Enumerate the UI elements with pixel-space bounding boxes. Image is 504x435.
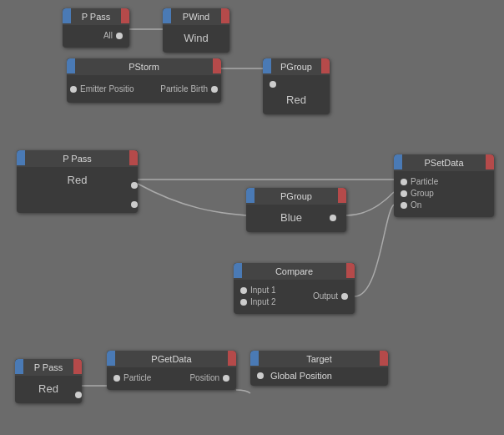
ppass-top-title: P Pass <box>67 12 125 22</box>
pstorm-title: PStorm <box>71 62 217 72</box>
node-target: Target Global Position <box>250 351 388 386</box>
compare-output-label: Output <box>313 291 338 301</box>
node-ppass-red2: P Pass Red <box>15 359 82 403</box>
psetdata-left-bar <box>394 154 402 169</box>
node-pgetdata: PGetData Particle Position <box>107 351 236 390</box>
pgetdata-right-bar <box>228 351 236 366</box>
compare-input1-port[interactable] <box>240 287 247 294</box>
node-pstorm: PStorm Emitter Positio Particle Birth <box>67 58 221 103</box>
pgroup-blue-title: PGroup <box>250 191 342 201</box>
compare-right-bar <box>346 263 355 278</box>
psetdata-on-port[interactable] <box>401 202 407 209</box>
target-left-bar <box>250 351 259 366</box>
psetdata-group-port[interactable] <box>401 190 407 197</box>
ppass-top-all-port[interactable] <box>116 33 123 39</box>
pgroup-red-left-bar <box>263 58 271 73</box>
ppass-top-right-bar <box>121 8 129 23</box>
pgetdata-particle-port[interactable] <box>113 375 120 382</box>
ppass-red-label: Red <box>23 170 131 190</box>
ppass-red2-out-port[interactable] <box>75 392 82 398</box>
target-global-port[interactable] <box>257 372 264 379</box>
node-pgroup-blue: PGroup Blue <box>246 188 346 232</box>
node-pwind: PWind Wind <box>163 8 229 53</box>
node-ppass-top: P Pass All <box>63 8 129 48</box>
psetdata-particle-label: Particle <box>411 177 438 186</box>
ppass-red2-right-bar <box>73 359 82 374</box>
psetdata-particle-port[interactable] <box>401 179 407 185</box>
psetdata-title: PSetData <box>398 158 490 168</box>
pgetdata-position-label: Position <box>189 373 219 382</box>
node-psetdata: PSetData Particle Group On <box>394 154 494 217</box>
ppass-red2-label: Red <box>22 379 75 398</box>
compare-title: Compare <box>238 266 350 276</box>
compare-input1-label: Input 1 <box>250 286 276 295</box>
pstorm-right-bar <box>213 58 221 73</box>
pgroup-blue-label: Blue <box>253 208 330 227</box>
pgetdata-position-port[interactable] <box>223 375 229 382</box>
pstorm-emitter-port[interactable] <box>70 86 77 93</box>
node-compare: Compare Input 1 Input 2 Output <box>234 263 355 314</box>
ppass-red-title: P Pass <box>21 154 134 164</box>
ppass-top-all-label: All <box>103 31 113 40</box>
pstorm-left-bar <box>67 58 75 73</box>
ppass-top-left-bar <box>63 8 71 23</box>
pgroup-red-right-bar <box>321 58 330 73</box>
pstorm-emitter-label: Emitter Positio <box>80 84 134 94</box>
compare-left-bar <box>234 263 242 278</box>
pwind-right-bar <box>221 8 229 23</box>
node-ppass-red: P Pass Red <box>17 150 138 213</box>
target-title: Target <box>255 354 384 364</box>
pgetdata-left-bar <box>107 351 115 366</box>
pgetdata-particle-label: Particle <box>123 373 151 382</box>
ppass-red-out-port1[interactable] <box>131 182 138 189</box>
pwind-label: Wind <box>169 28 223 48</box>
pstorm-birth-label: Particle Birth <box>160 84 208 94</box>
pgroup-red-title: PGroup <box>267 62 325 72</box>
pgroup-blue-out-port[interactable] <box>330 215 336 221</box>
ppass-red-right-bar <box>129 150 138 165</box>
pgetdata-title: PGetData <box>111 354 232 364</box>
pgroup-blue-left-bar <box>246 188 255 203</box>
target-global-label: Global Position <box>270 371 332 381</box>
pgroup-red-label: Red <box>270 90 323 109</box>
ppass-red-out-port2[interactable] <box>131 201 138 208</box>
compare-input2-port[interactable] <box>240 299 247 306</box>
compare-input2-label: Input 2 <box>250 297 276 306</box>
ppass-red2-title: P Pass <box>19 362 78 372</box>
pgroup-blue-right-bar <box>338 188 346 203</box>
psetdata-right-bar <box>486 154 494 169</box>
compare-output-port[interactable] <box>341 293 348 300</box>
node-pgroup-red: PGroup Red <box>263 58 330 114</box>
target-right-bar <box>380 351 388 366</box>
ppass-red-left-bar <box>17 150 25 165</box>
pwind-title: PWind <box>167 12 225 22</box>
pwind-left-bar <box>163 8 171 23</box>
psetdata-on-label: On <box>411 200 421 210</box>
pstorm-birth-port[interactable] <box>211 86 218 93</box>
pgroup-red-port[interactable] <box>270 81 276 88</box>
psetdata-group-label: Group <box>411 189 434 198</box>
ppass-red2-left-bar <box>15 359 23 374</box>
